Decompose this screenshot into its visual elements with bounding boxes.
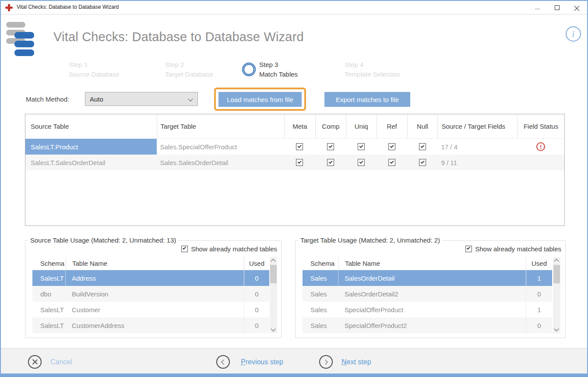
match-table-row[interactable]: SalesLT.Product Sales.SpecialOfferProduc… — [25, 139, 564, 155]
next-step-button[interactable] — [319, 355, 333, 369]
step-4-template-selection: Step 4 Template Selection — [345, 60, 437, 79]
meta-checkbox[interactable] — [296, 143, 303, 150]
ref-checkbox[interactable] — [388, 159, 395, 166]
schema-cell: SalesLT — [32, 302, 66, 317]
table-row[interactable]: Sales SpecialOfferProduct 1 — [303, 302, 552, 317]
used-cell: 0 — [244, 270, 269, 286]
column-header-uniq[interactable]: Uniq — [346, 114, 377, 138]
checkmark-icon — [328, 160, 332, 164]
null-checkbox[interactable] — [419, 143, 426, 150]
show-matched-label: Show already matched tables — [191, 245, 277, 253]
target-show-matched-checkbox[interactable]: Show already matched tables — [465, 245, 561, 253]
table-name-cell: SpecialOfferProduct — [338, 302, 526, 317]
column-header-null[interactable]: Null — [407, 114, 438, 138]
scroll-up-icon[interactable] — [554, 259, 559, 264]
comp-checkbox[interactable] — [327, 143, 334, 150]
scroll-down-icon[interactable] — [554, 326, 559, 331]
ref-checkbox[interactable] — [388, 143, 395, 150]
title-bar: Vital Checks: Database to Database Wizar… — [1, 1, 587, 14]
source-usage-table: Schema Table Name Used SalesLT Address 0… — [32, 257, 269, 333]
uniq-checkbox[interactable] — [358, 159, 365, 166]
table-row[interactable]: dbo BuildVersion 0 — [32, 286, 269, 302]
fields-count-cell: 17 / 4 — [437, 139, 517, 155]
scrollbar[interactable] — [270, 257, 277, 333]
field-status-error-icon[interactable]: ! — [536, 142, 545, 151]
maximize-button[interactable] — [547, 1, 567, 14]
column-header-target-table[interactable]: Target Table — [157, 114, 285, 138]
cancel-label[interactable]: Cancel — [50, 358, 72, 366]
table-name-cell: Customer — [66, 302, 244, 317]
table-name-cell: SalesOrderDetail2 — [338, 286, 526, 302]
comp-checkbox[interactable] — [327, 159, 334, 166]
load-matches-button[interactable]: Load matches from file — [218, 92, 302, 107]
table-name-cell: BuildVersion — [66, 286, 244, 302]
match-method-label: Match Method: — [26, 95, 69, 103]
chevron-right-icon — [323, 359, 327, 364]
null-checkbox[interactable] — [419, 159, 426, 166]
match-method-value: Auto — [90, 95, 103, 103]
checkmark-icon — [328, 144, 332, 148]
checkmark-icon — [390, 144, 394, 148]
checkmark-icon — [359, 144, 363, 148]
checkmark-icon — [390, 160, 394, 164]
source-table-cell[interactable]: SalesLT.SalesOrderDetail — [25, 155, 157, 170]
minimize-button[interactable] — [528, 1, 547, 14]
source-usage-header: Schema Table Name Used — [32, 257, 269, 270]
window-title: Vital Checks: Database to Database Wizar… — [17, 4, 119, 10]
scroll-down-icon[interactable] — [271, 326, 275, 331]
table-row[interactable]: SalesLT Customer 0 — [32, 302, 269, 317]
checkbox[interactable] — [465, 246, 472, 252]
column-header-meta[interactable]: Meta — [284, 114, 315, 138]
column-header-schema[interactable]: Schema — [32, 257, 66, 270]
uniq-checkbox[interactable] — [358, 143, 365, 150]
column-header-table-name[interactable]: Table Name — [338, 257, 526, 270]
table-row[interactable]: SalesLT CustomerAddress 0 — [32, 317, 269, 333]
column-header-source-table[interactable]: Source Table — [25, 114, 157, 138]
scroll-up-icon[interactable] — [271, 259, 275, 264]
match-table-row[interactable]: SalesLT.SalesOrderDetail Sales.SalesOrde… — [25, 155, 564, 170]
column-header-source-target-fields[interactable]: Source / Target Fields — [437, 114, 517, 138]
cancel-x-icon — [32, 359, 38, 365]
table-row-selected[interactable]: Sales SalesOrderDetail 1 — [303, 270, 552, 286]
footer-bar: Cancel Previous step Next step — [1, 348, 587, 375]
target-usage-table: Schema Table Name Used Sales SalesOrderD… — [303, 257, 552, 333]
column-header-ref[interactable]: Ref — [377, 114, 407, 138]
used-cell: 0 — [244, 302, 269, 317]
previous-step-label[interactable]: Previous step — [241, 358, 283, 366]
source-show-matched-checkbox[interactable]: Show already matched tables — [181, 245, 277, 253]
column-header-comp[interactable]: Comp — [315, 114, 346, 138]
column-header-used[interactable]: Used — [244, 257, 269, 270]
table-row[interactable]: Sales SpecialOfferProduct2 0 — [303, 317, 552, 333]
previous-step-button[interactable] — [216, 355, 230, 369]
scrollbar-thumb[interactable] — [553, 265, 560, 283]
application-window: Vital Checks: Database to Database Wizar… — [0, 0, 588, 377]
table-name-cell: Address — [66, 270, 244, 286]
target-usage-header: Schema Table Name Used — [303, 257, 552, 270]
meta-checkbox[interactable] — [296, 159, 303, 166]
column-header-used[interactable]: Used — [526, 257, 552, 270]
close-button[interactable] — [567, 1, 587, 14]
table-row[interactable]: Sales SalesOrderDetail2 0 — [303, 286, 552, 302]
source-usage-title: Source Table Usage (Matched: 2, Unmatche… — [28, 236, 178, 244]
column-header-schema[interactable]: Schema — [303, 257, 338, 270]
cancel-button[interactable] — [28, 355, 42, 369]
info-icon[interactable]: i — [566, 26, 581, 42]
table-name-cell: SpecialOfferProduct2 — [338, 317, 526, 333]
column-header-field-status[interactable]: Field Status — [517, 114, 564, 138]
source-table-cell-selected[interactable]: SalesLT.Product — [25, 139, 157, 155]
column-header-table-name[interactable]: Table Name — [66, 257, 244, 270]
table-row-selected[interactable]: SalesLT Address 0 — [32, 270, 269, 286]
used-cell: 1 — [526, 270, 552, 286]
match-method-select[interactable]: Auto — [85, 92, 198, 106]
checkbox[interactable] — [181, 246, 188, 252]
schema-cell: Sales — [303, 317, 338, 333]
scrollbar[interactable] — [553, 257, 560, 333]
scrollbar-thumb[interactable] — [270, 265, 277, 283]
step-1-number: Step 1 — [69, 60, 161, 70]
target-table-cell[interactable]: Sales.SpecialOfferProduct — [157, 139, 285, 155]
schema-cell: Sales — [303, 302, 338, 317]
export-matches-button[interactable]: Export matches to file — [324, 92, 410, 107]
next-step-label[interactable]: Next step — [342, 358, 371, 366]
target-table-cell[interactable]: Sales.SalesOrderDetail — [157, 155, 285, 170]
used-cell: 0 — [244, 317, 269, 333]
